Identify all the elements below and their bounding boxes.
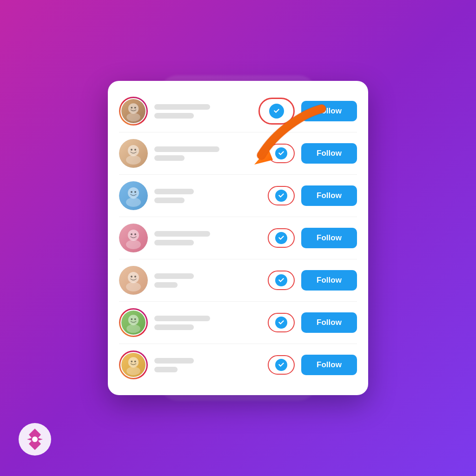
user-row: Follow bbox=[115, 217, 361, 259]
svg-point-22 bbox=[131, 318, 132, 320]
svg-point-16 bbox=[126, 240, 141, 249]
svg-point-17 bbox=[128, 272, 139, 283]
verified-badge bbox=[275, 190, 287, 202]
svg-point-23 bbox=[134, 318, 136, 320]
user-row: Follow bbox=[115, 302, 361, 344]
user-info bbox=[154, 146, 268, 161]
avatar[interactable] bbox=[119, 139, 148, 168]
username-line bbox=[154, 104, 210, 110]
svg-point-3 bbox=[134, 107, 136, 109]
svg-point-21 bbox=[128, 315, 139, 325]
user-info bbox=[154, 104, 258, 119]
verified-oval bbox=[268, 313, 295, 332]
svg-point-18 bbox=[131, 276, 132, 278]
user-row: Follow bbox=[115, 90, 361, 132]
svg-point-7 bbox=[134, 149, 136, 151]
verified-area bbox=[268, 186, 295, 205]
username-line bbox=[154, 358, 194, 364]
verified-badge bbox=[275, 359, 287, 371]
avatar[interactable] bbox=[119, 266, 148, 295]
svg-point-2 bbox=[131, 107, 132, 109]
user-handle-line bbox=[154, 198, 185, 203]
username-line bbox=[154, 231, 210, 237]
user-row: Follow bbox=[115, 132, 361, 174]
follow-button[interactable]: Follow bbox=[301, 228, 357, 248]
verified-oval bbox=[258, 98, 295, 125]
follow-button[interactable]: Follow bbox=[301, 312, 357, 333]
svg-point-25 bbox=[128, 357, 139, 367]
username-line bbox=[154, 146, 219, 152]
user-row: Follow bbox=[115, 259, 361, 301]
svg-point-12 bbox=[126, 198, 141, 207]
username-line bbox=[154, 273, 194, 279]
follow-button[interactable]: Follow bbox=[301, 101, 357, 121]
follow-button[interactable]: Follow bbox=[301, 270, 357, 291]
verified-oval bbox=[268, 144, 295, 163]
verified-oval bbox=[268, 186, 295, 205]
user-info bbox=[154, 273, 268, 288]
follow-button[interactable]: Follow bbox=[301, 143, 357, 164]
svg-point-24 bbox=[126, 324, 140, 333]
verified-oval bbox=[268, 271, 295, 290]
user-handle-line bbox=[154, 240, 194, 245]
svg-point-27 bbox=[134, 361, 136, 363]
svg-point-9 bbox=[128, 187, 139, 198]
svg-point-30 bbox=[32, 436, 38, 442]
verified-oval bbox=[268, 355, 295, 375]
user-handle-line bbox=[154, 113, 194, 119]
verified-area bbox=[268, 355, 295, 375]
avatar[interactable] bbox=[119, 224, 148, 252]
user-handle-line bbox=[154, 367, 178, 372]
follow-button[interactable]: Follow bbox=[301, 355, 357, 375]
svg-point-19 bbox=[134, 276, 136, 278]
svg-point-8 bbox=[126, 155, 141, 165]
avatar[interactable] bbox=[119, 181, 148, 210]
verified-badge bbox=[275, 274, 287, 286]
svg-point-20 bbox=[126, 282, 141, 291]
users-list: Follow Follow Follow Follow bbox=[115, 90, 361, 386]
svg-point-6 bbox=[131, 149, 132, 151]
svg-point-11 bbox=[134, 191, 136, 193]
svg-point-10 bbox=[131, 191, 132, 193]
svg-point-28 bbox=[126, 367, 140, 376]
user-info bbox=[154, 189, 268, 203]
svg-point-15 bbox=[134, 233, 136, 235]
verified-area bbox=[268, 271, 295, 290]
username-line bbox=[154, 189, 194, 194]
username-line bbox=[154, 316, 210, 321]
svg-point-26 bbox=[131, 361, 132, 363]
verified-area bbox=[268, 228, 295, 248]
user-row: Follow bbox=[115, 175, 361, 217]
verified-area bbox=[268, 313, 295, 332]
verified-badge bbox=[275, 147, 287, 159]
app-logo bbox=[19, 423, 51, 457]
user-info bbox=[154, 358, 268, 372]
user-handle-line bbox=[154, 282, 178, 288]
verified-oval bbox=[268, 228, 295, 248]
user-info bbox=[154, 316, 268, 330]
avatar[interactable] bbox=[119, 350, 148, 379]
svg-point-5 bbox=[128, 145, 139, 156]
verified-badge bbox=[269, 104, 284, 119]
verified-badge bbox=[275, 232, 287, 244]
avatar[interactable] bbox=[119, 308, 148, 337]
user-handle-line bbox=[154, 324, 194, 330]
verified-badge bbox=[275, 317, 287, 329]
user-info bbox=[154, 231, 268, 245]
svg-point-14 bbox=[131, 233, 132, 235]
user-row: Follow bbox=[115, 344, 361, 386]
user-handle-line bbox=[154, 155, 185, 161]
user-list-card: Follow Follow Follow Follow bbox=[108, 81, 368, 395]
svg-point-13 bbox=[128, 230, 139, 241]
verified-area bbox=[268, 144, 295, 163]
svg-point-4 bbox=[126, 113, 140, 122]
follow-button[interactable]: Follow bbox=[301, 185, 357, 206]
avatar[interactable] bbox=[119, 97, 148, 126]
verified-area bbox=[258, 98, 295, 125]
svg-point-1 bbox=[128, 103, 139, 113]
